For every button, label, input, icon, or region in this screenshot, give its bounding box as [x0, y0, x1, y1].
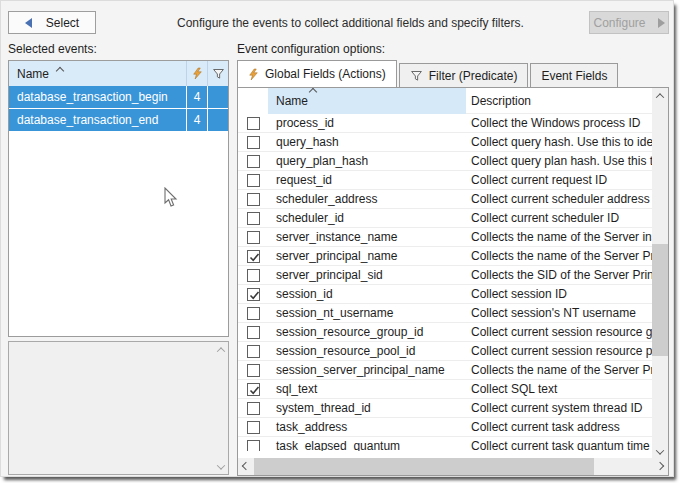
- field-name: server_principal_sid: [268, 268, 466, 282]
- actions-count: 4: [186, 109, 207, 131]
- field-checkbox[interactable]: [247, 117, 260, 130]
- field-description: Collect current system thread ID: [466, 401, 652, 415]
- field-checkbox[interactable]: [247, 326, 260, 339]
- global-field-row[interactable]: server_instance_name Collects the name o…: [238, 228, 652, 247]
- field-name: session_resource_pool_id: [268, 344, 466, 358]
- field-checkbox[interactable]: [247, 174, 260, 187]
- global-field-row[interactable]: system_thread_id Collect current system …: [238, 399, 652, 418]
- field-checkbox[interactable]: [247, 136, 260, 149]
- field-checkbox[interactable]: [247, 421, 260, 434]
- global-field-row[interactable]: task_elapsed_quantum Collect current tas…: [238, 437, 652, 451]
- grid-vertical-scrollbar[interactable]: [652, 88, 668, 460]
- field-description: Collect query plan hash. Use this to i: [466, 154, 652, 168]
- field-checkbox[interactable]: [247, 250, 260, 263]
- field-description: Collects the name of the Server Princ: [466, 249, 652, 263]
- field-checkbox[interactable]: [247, 440, 260, 452]
- global-field-row[interactable]: process_id Collect the Windows process I…: [238, 114, 652, 133]
- vertical-scroll-thumb[interactable]: [652, 244, 668, 356]
- actions-column-header[interactable]: [186, 61, 207, 86]
- global-field-row[interactable]: session_resource_pool_id Collect current…: [238, 342, 652, 361]
- scroll-left-icon[interactable]: [238, 458, 254, 474]
- event-description-panel: [8, 341, 229, 475]
- field-name: query_plan_hash: [268, 154, 466, 168]
- global-field-row[interactable]: session_server_principal_name Collects t…: [238, 361, 652, 380]
- global-field-row[interactable]: session_resource_group_id Collect curren…: [238, 323, 652, 342]
- field-description: Collect current task address: [466, 420, 652, 434]
- grid-horizontal-scrollbar[interactable]: [238, 458, 668, 475]
- tab-filter-predicate[interactable]: Filter (Predicate): [399, 63, 529, 87]
- field-checkbox[interactable]: [247, 269, 260, 282]
- grid-rows: process_id Collect the Windows process I…: [238, 114, 652, 451]
- global-field-row[interactable]: query_plan_hash Collect query plan hash.…: [238, 152, 652, 171]
- funnel-icon: [212, 68, 225, 80]
- scroll-up-icon[interactable]: [213, 342, 228, 357]
- scroll-down-icon[interactable]: [213, 459, 228, 474]
- field-description: Collect current task quantum time: [466, 439, 652, 451]
- configure-button[interactable]: Configure: [589, 11, 669, 34]
- field-checkbox[interactable]: [247, 307, 260, 320]
- lightning-icon: [248, 68, 259, 81]
- event-config-options-label: Event configuration options:: [237, 42, 385, 56]
- field-checkbox[interactable]: [247, 231, 260, 244]
- field-checkbox[interactable]: [247, 364, 260, 377]
- field-checkbox[interactable]: [247, 193, 260, 206]
- description-scrollbar[interactable]: [213, 342, 228, 474]
- field-checkbox[interactable]: [247, 383, 260, 396]
- selected-events-rows: database_transaction_begin 4 database_tr…: [9, 86, 228, 132]
- filter-column-header[interactable]: [207, 61, 228, 86]
- field-checkbox[interactable]: [247, 212, 260, 225]
- selected-events-list: Name database_transaction_begin 4 databa…: [8, 60, 229, 337]
- select-button-label: Select: [46, 16, 79, 30]
- field-description: Collect current session resource pool: [466, 344, 652, 358]
- global-field-row[interactable]: query_hash Collect query hash. Use this …: [238, 133, 652, 152]
- forward-arrow-icon: [658, 18, 665, 28]
- filter-cell: [207, 86, 228, 108]
- global-field-row[interactable]: scheduler_id Collect current scheduler I…: [238, 209, 652, 228]
- horizontal-scroll-thumb[interactable]: [254, 458, 594, 475]
- selected-event-row[interactable]: database_transaction_begin 4: [9, 86, 228, 109]
- field-checkbox[interactable]: [247, 155, 260, 168]
- global-field-row[interactable]: task_address Collect current task addres…: [238, 418, 652, 437]
- name-column-header[interactable]: Name: [268, 88, 466, 114]
- field-description: Collect the Windows process ID: [466, 116, 652, 130]
- field-name: session_server_principal_name: [268, 363, 466, 377]
- field-name: task_elapsed_quantum: [268, 439, 466, 451]
- global-field-row[interactable]: session_nt_username Collect session's NT…: [238, 304, 652, 323]
- events-configure-dialog: Select Configure the events to collect a…: [0, 0, 674, 477]
- sort-ascending-icon: [56, 66, 64, 74]
- tab-event-fields[interactable]: Event Fields: [530, 63, 618, 87]
- global-field-row[interactable]: session_id Collect session ID: [238, 285, 652, 304]
- field-name: server_instance_name: [268, 230, 466, 244]
- field-checkbox[interactable]: [247, 345, 260, 358]
- selected-events-header[interactable]: Name: [9, 61, 228, 86]
- field-name: session_nt_username: [268, 306, 466, 320]
- field-name: task_address: [268, 420, 466, 434]
- global-field-row[interactable]: scheduler_address Collect current schedu…: [238, 190, 652, 209]
- tab-global-fields[interactable]: Global Fields (Actions): [237, 60, 397, 87]
- field-description: Collect query hash. Use this to identi: [466, 135, 652, 149]
- field-checkbox[interactable]: [247, 402, 260, 415]
- selected-event-row[interactable]: database_transaction_end 4: [9, 109, 228, 132]
- field-name: process_id: [268, 116, 466, 130]
- global-field-row[interactable]: server_principal_name Collects the name …: [238, 247, 652, 266]
- global-field-row[interactable]: request_id Collect current request ID: [238, 171, 652, 190]
- description-column-header[interactable]: Description: [466, 88, 652, 114]
- field-description: Collect current scheduler address: [466, 192, 652, 206]
- field-checkbox[interactable]: [247, 288, 260, 301]
- checkbox-column-header[interactable]: [238, 88, 268, 114]
- filter-cell: [207, 109, 228, 131]
- event-name: database_transaction_end: [9, 113, 186, 127]
- field-name: query_hash: [268, 135, 466, 149]
- column-header-name[interactable]: Name: [9, 67, 186, 81]
- scroll-up-icon[interactable]: [652, 88, 668, 104]
- actions-count: 4: [186, 86, 207, 108]
- global-field-row[interactable]: server_principal_sid Collects the SID of…: [238, 266, 652, 285]
- field-name: request_id: [268, 173, 466, 187]
- field-name: session_resource_group_id: [268, 325, 466, 339]
- select-button[interactable]: Select: [8, 11, 96, 34]
- global-field-row[interactable]: sql_text Collect SQL text: [238, 380, 652, 399]
- scroll-right-icon[interactable]: [652, 458, 668, 474]
- funnel-icon: [410, 70, 423, 82]
- back-arrow-icon: [25, 18, 32, 28]
- field-description: Collect current scheduler ID: [466, 211, 652, 225]
